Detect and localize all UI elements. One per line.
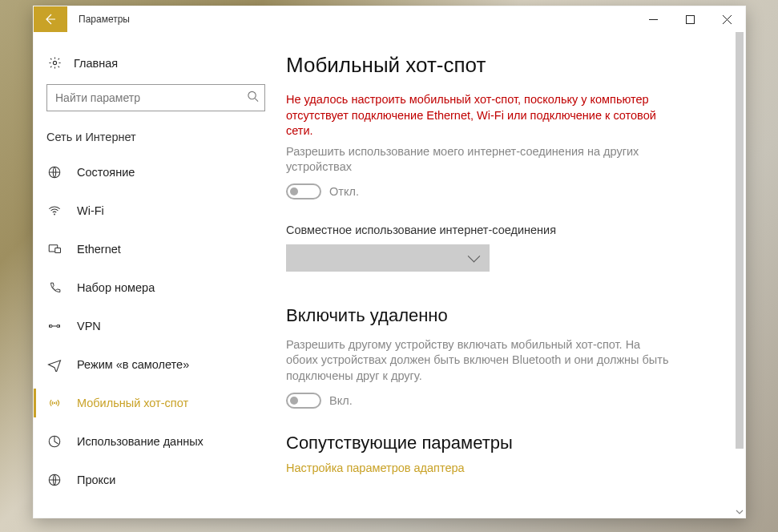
error-message: Не удалось настроить мобильный хот-спот,… [286, 92, 671, 139]
minimize-button[interactable] [635, 6, 671, 32]
page-title: Мобильный хот-спот [286, 53, 720, 78]
related-title: Сопутствующие параметры [286, 433, 720, 453]
wifi-icon [46, 204, 62, 218]
share-toggle-label: Откл. [329, 185, 359, 198]
window-title: Параметры [79, 14, 130, 25]
sidebar-group-title: Сеть и Интернет [34, 129, 278, 153]
scrollbar-thumb[interactable] [736, 32, 744, 449]
sidebar-item-status[interactable]: Состояние [34, 153, 278, 191]
airplane-icon [46, 357, 62, 372]
sidebar-item-wifi[interactable]: Wi-Fi [34, 191, 278, 230]
svg-rect-6 [55, 248, 61, 253]
sidebar-item-label: Ethernet [77, 243, 121, 256]
sidebar-item-proxy[interactable]: Прокси [34, 461, 278, 499]
sidebar-home[interactable]: Главная [34, 53, 278, 81]
hotspot-icon [46, 396, 62, 410]
search-wrap [46, 84, 265, 111]
sidebar-item-ethernet[interactable]: Ethernet [34, 230, 278, 268]
titlebar: Параметры [34, 6, 745, 32]
sidebar-item-data-usage[interactable]: Использование данных [34, 422, 278, 461]
remote-title: Включить удаленно [286, 305, 720, 326]
adapter-settings-link[interactable]: Настройка параметров адаптера [286, 461, 720, 474]
close-icon [723, 15, 732, 24]
sidebar-item-label: Набор номера [77, 281, 155, 294]
svg-point-8 [57, 325, 59, 328]
settings-window: Параметры Главная [33, 6, 746, 518]
content-area: Мобильный хот-спот Не удалось настроить … [278, 32, 745, 518]
sidebar-item-label: Прокси [77, 474, 115, 486]
maximize-button[interactable] [671, 6, 708, 32]
proxy-icon [46, 473, 62, 487]
arrow-left-icon [44, 13, 57, 26]
minimize-icon [649, 15, 658, 24]
share-description: Разрешить использование моего интернет-с… [286, 144, 671, 175]
phone-icon [46, 281, 62, 295]
remote-description: Разрешить другому устройству включать мо… [286, 337, 671, 385]
data-usage-icon [46, 434, 62, 449]
share-toggle-row: Откл. [286, 183, 720, 200]
dropdown-label: Совместное использование интернет-соедин… [286, 224, 720, 236]
svg-point-4 [54, 214, 55, 216]
close-button[interactable] [708, 6, 745, 32]
svg-point-2 [248, 91, 256, 99]
sidebar-item-label: Использование данных [77, 435, 204, 448]
scrollbar[interactable] [734, 32, 745, 518]
remote-toggle[interactable] [286, 393, 321, 409]
svg-point-1 [53, 61, 56, 64]
vpn-icon [46, 319, 62, 333]
sidebar: Главная Сеть и Интернет Состояние [34, 32, 278, 518]
svg-point-7 [50, 325, 52, 328]
sidebar-item-vpn[interactable]: VPN [34, 307, 278, 345]
maximize-icon [686, 15, 695, 24]
svg-point-9 [54, 402, 55, 404]
sidebar-item-hotspot[interactable]: Мобильный хот-спот [34, 384, 278, 422]
globe-icon [46, 165, 62, 179]
ethernet-icon [46, 242, 62, 256]
sidebar-item-dialup[interactable]: Набор номера [34, 268, 278, 307]
gear-icon [46, 56, 62, 70]
chevron-down-icon [736, 508, 744, 516]
share-toggle[interactable] [286, 183, 321, 200]
sidebar-item-label: Мобильный хот-спот [77, 397, 188, 409]
search-input[interactable] [46, 84, 265, 111]
window-controls [635, 6, 745, 32]
scrollbar-down-arrow[interactable] [734, 506, 745, 518]
connection-dropdown[interactable] [286, 244, 490, 272]
sidebar-item-label: Режим «в самолете» [77, 358, 189, 371]
sidebar-item-airplane[interactable]: Режим «в самолете» [34, 345, 278, 384]
search-icon [247, 91, 259, 106]
remote-toggle-label: Вкл. [329, 394, 353, 407]
sidebar-home-label: Главная [74, 57, 118, 70]
back-button[interactable] [34, 6, 67, 32]
svg-rect-0 [686, 15, 694, 23]
sidebar-item-label: Wi-Fi [77, 204, 104, 217]
remote-toggle-row: Вкл. [286, 393, 720, 409]
sidebar-item-label: VPN [77, 320, 101, 332]
sidebar-item-label: Состояние [77, 166, 135, 179]
